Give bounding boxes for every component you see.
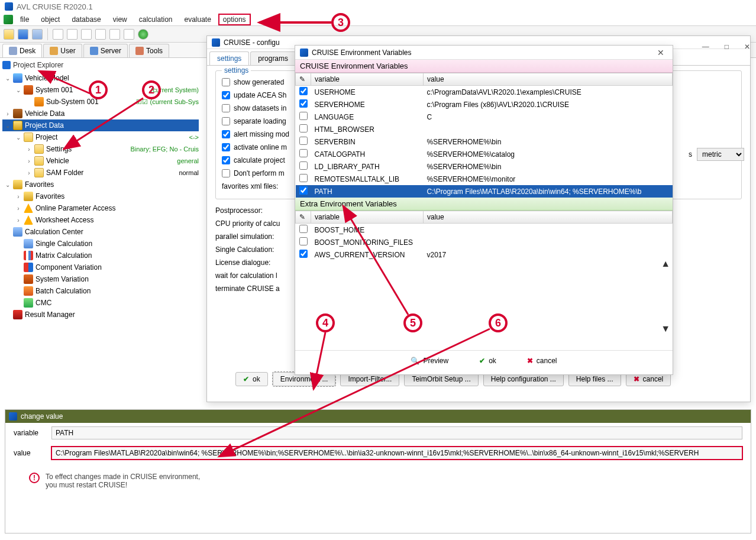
tree-node[interactable]: Matrix Calculation	[2, 250, 199, 261]
tab-user[interactable]: User	[43, 44, 82, 57]
table-row[interactable]: SERVERHOMEc:\Program Files (x86)\AVL\R20…	[296, 98, 673, 111]
expand-icon[interactable]: ⌄	[5, 122, 11, 129]
checkbox-input[interactable]	[222, 130, 230, 138]
preview-button[interactable]: 🔍Preview	[407, 354, 452, 367]
tree-node[interactable]: ›Favorites	[2, 190, 199, 202]
tree-node[interactable]: ⌄System 001(current System)	[2, 84, 199, 96]
minimize-icon[interactable]: —	[702, 43, 709, 51]
table-row[interactable]: HTML_BROWSER	[296, 123, 673, 135]
table-row[interactable]: AWS_CURRENT_VERSIONv2017	[296, 248, 673, 261]
expand-icon[interactable]: ›	[15, 217, 21, 224]
menu-file[interactable]: file	[15, 14, 34, 25]
table-row[interactable]: LD_LIBRARY_PATH%SERVERHOME%\bin	[296, 160, 673, 173]
table-row[interactable]: SERVERBIN%SERVERHOME%\bin	[296, 135, 673, 148]
row-checkbox[interactable]	[299, 174, 308, 182]
unit-select[interactable]: metric	[697, 148, 744, 161]
ok-button[interactable]: ✔ok	[476, 354, 500, 367]
table-row[interactable]: BOOST_MONITORING_FILES	[296, 236, 673, 248]
checkbox-input[interactable]	[222, 143, 230, 151]
row-checkbox[interactable]	[299, 112, 308, 120]
tree-node[interactable]: ⌄Project Data	[2, 119, 199, 131]
expand-icon[interactable]: ›	[15, 193, 21, 200]
value-input[interactable]: C:\Program Files\MATLAB\R2020a\bin\win64…	[51, 447, 742, 460]
project-tree[interactable]: ⌄Vehicle Model⌄System 001(current System…	[0, 71, 201, 322]
table-row[interactable]: REMOTESMALLTALK_LIB%SERVERHOME%\monitor	[296, 173, 673, 185]
row-checkbox[interactable]	[299, 237, 308, 245]
tab-server[interactable]: Server	[83, 44, 128, 57]
table-row[interactable]: LANGUAGEC	[296, 111, 673, 123]
menu-evaluate[interactable]: evaluate	[179, 14, 215, 25]
expand-icon[interactable]: ›	[26, 170, 32, 176]
tree-node[interactable]: Sub-System 001☑☑ (current Sub-Sys	[2, 96, 199, 108]
checkbox-input[interactable]	[222, 91, 230, 99]
tool-icon[interactable]	[124, 29, 134, 40]
tree-node[interactable]: ›Vehiclegeneral	[2, 155, 199, 167]
menu-object[interactable]: object	[36, 14, 64, 25]
tree-node[interactable]: Result Manager	[2, 309, 199, 321]
tree-node[interactable]: Component Variation	[2, 261, 199, 273]
tree-node[interactable]: CMC	[2, 297, 199, 309]
table-row[interactable]: PATHC:\Program Files\MATLAB\R2020a\bin\w…	[296, 185, 673, 198]
tree-node[interactable]: ›SAM Foldernormal	[2, 167, 199, 179]
table-row[interactable]: CATALOGPATH%SERVERHOME%\catalog	[296, 148, 673, 160]
cancel-button[interactable]: ✖cancel	[524, 354, 561, 367]
checkbox-input[interactable]	[222, 117, 230, 125]
tool-icon[interactable]	[81, 29, 92, 40]
tree-node[interactable]: System Variation	[2, 273, 199, 285]
col-variable[interactable]: variable	[311, 211, 424, 224]
tool-icon[interactable]	[67, 29, 77, 40]
checkbox-input[interactable]	[222, 156, 230, 164]
expand-icon[interactable]: ›	[26, 158, 32, 164]
col-value[interactable]: value	[424, 73, 673, 86]
menu-options[interactable]: options	[218, 14, 251, 25]
row-checkbox[interactable]	[299, 225, 308, 233]
table-row[interactable]: BOOST_HOME	[296, 224, 673, 237]
tree-node[interactable]: Calculation Center	[2, 226, 199, 238]
tree-node[interactable]: Batch Calculation	[2, 285, 199, 297]
row-checkbox[interactable]	[299, 99, 308, 108]
tree-node[interactable]: ⌄Vehicle Model	[2, 72, 199, 84]
change-titlebar[interactable]: change value	[5, 410, 751, 423]
tool-icon[interactable]	[95, 29, 106, 40]
tree-node[interactable]: ⌄Project<->	[2, 131, 199, 143]
tab-programs[interactable]: programs	[250, 51, 296, 65]
tree-node[interactable]: ›Vehicle Data	[2, 108, 199, 119]
expand-icon[interactable]: ›	[15, 205, 21, 212]
scroll-up-icon[interactable]: ▲	[661, 258, 670, 269]
expand-icon[interactable]: ⌄	[5, 75, 11, 82]
ok-button[interactable]: ok	[235, 372, 268, 386]
checkbox-input[interactable]	[222, 78, 230, 86]
expand-icon[interactable]: ›	[26, 146, 32, 153]
menu-view[interactable]: view	[108, 14, 132, 25]
env-titlebar[interactable]: CRUISE Environment Variables ✕	[295, 46, 673, 60]
row-checkbox[interactable]	[299, 250, 308, 258]
tree-node[interactable]: ›SettingsBinary; EFG; No - Cruis	[2, 143, 199, 155]
expand-icon[interactable]: ⌄	[5, 182, 11, 188]
expand-icon[interactable]: ›	[5, 111, 11, 117]
scroll-down-icon[interactable]: ▼	[661, 324, 670, 334]
variable-input[interactable]: PATH	[51, 426, 742, 439]
checkbox-input[interactable]	[222, 169, 230, 177]
tab-settings[interactable]: settings	[209, 51, 249, 65]
expand-icon[interactable]: ⌄	[15, 134, 21, 141]
col-value[interactable]: value	[424, 211, 673, 224]
col-variable[interactable]: variable	[311, 73, 424, 86]
tool-icon[interactable]	[53, 29, 63, 40]
info-icon[interactable]	[138, 29, 148, 40]
tool-icon[interactable]	[109, 29, 120, 40]
row-checkbox[interactable]	[299, 124, 308, 132]
open-icon[interactable]	[4, 29, 14, 40]
row-checkbox[interactable]	[299, 137, 308, 145]
save-icon[interactable]	[18, 29, 28, 40]
tree-node[interactable]: Single Calculation	[2, 238, 199, 250]
maximize-icon[interactable]: □	[725, 43, 729, 51]
row-checkbox[interactable]	[299, 186, 308, 195]
tab-tools[interactable]: Tools	[129, 44, 169, 57]
table-row[interactable]: USERHOMEc:\ProgramData\AVL\R2020.1\examp…	[296, 86, 673, 99]
menu-database[interactable]: database	[67, 14, 105, 25]
tree-node[interactable]: ⌄Favorites	[2, 179, 199, 190]
expand-icon[interactable]: ⌄	[15, 87, 21, 93]
saveall-icon[interactable]	[32, 29, 43, 40]
close-icon[interactable]: ✕	[654, 48, 668, 57]
menu-calculation[interactable]: calculation	[134, 14, 177, 25]
